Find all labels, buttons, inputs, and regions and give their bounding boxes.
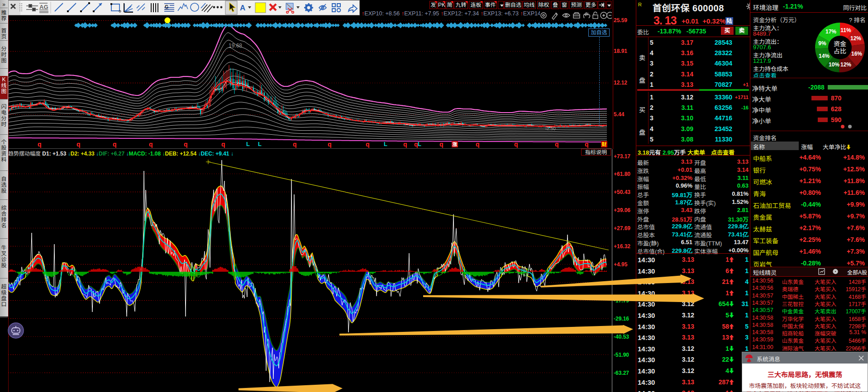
svg-text:11%: 11%	[840, 27, 851, 33]
svg-text:16%: 16%	[851, 51, 862, 57]
svg-text:9%: 9%	[818, 40, 826, 47]
svg-text:G: G	[165, 4, 169, 9]
svg-text:A: A	[240, 4, 245, 12]
svg-text:AG: AG	[39, 4, 48, 10]
svg-text:12%: 12%	[850, 35, 861, 42]
svg-text:占比: 占比	[834, 47, 846, 55]
svg-text:资金: 资金	[834, 40, 846, 47]
svg-text:12%: 12%	[840, 61, 851, 68]
svg-text:17%: 17%	[825, 28, 836, 35]
svg-text:10%: 10%	[829, 61, 839, 68]
svg-text:14%: 14%	[819, 53, 830, 59]
